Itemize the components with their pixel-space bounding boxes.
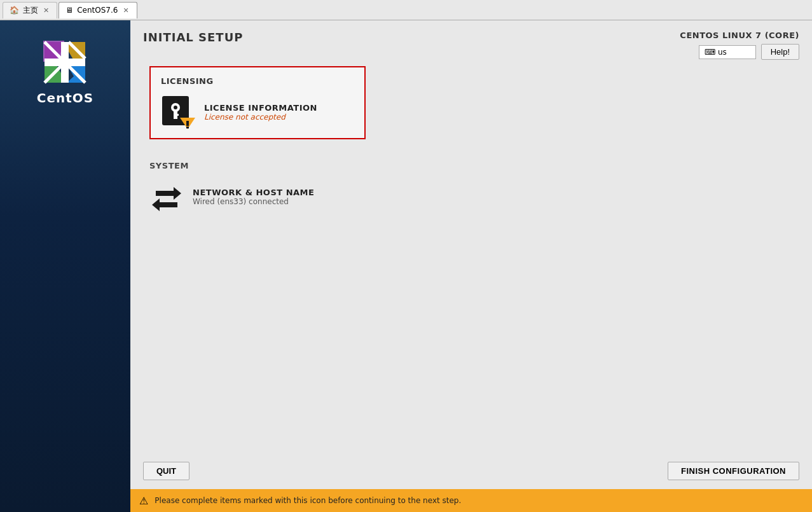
svg-point-15 [174, 106, 177, 109]
tab-home[interactable]: 🏠 主页 ✕ [3, 2, 57, 18]
license-info-subtitle: License not accepted [204, 113, 317, 121]
network-title: NETWORK & HOST NAME [193, 188, 314, 197]
svg-rect-8 [45, 59, 85, 66]
licensing-heading: LICENSING [161, 76, 354, 86]
network-text: NETWORK & HOST NAME Wired (ens33) connec… [193, 188, 314, 206]
tab-centos76-label: CentOS7.6 [77, 6, 118, 15]
license-info-title: LICENSE INFORMATION [204, 103, 317, 113]
svg-rect-20 [186, 121, 189, 126]
tab-home-label: 主页 [23, 5, 38, 16]
os-label: CENTOS LINUX 7 (CORE) [680, 31, 799, 40]
warning-icon: ⚠ [139, 495, 148, 507]
centos-sidebar-label: CentOS [37, 90, 93, 106]
centos-tab-icon: 🖥 [65, 6, 73, 15]
centos-logo-icon [42, 39, 88, 85]
header-right: CENTOS LINUX 7 (CORE) ⌨ us Help! [680, 31, 799, 60]
centos-logo: CentOS [37, 39, 93, 106]
bottom-bar: QUIT FINISH CONFIGURATION [130, 453, 812, 489]
network-icon [149, 179, 184, 214]
page-title: INITIAL SETUP [143, 31, 243, 44]
warning-text: Please complete items marked with this i… [155, 496, 461, 505]
svg-rect-17 [174, 114, 179, 116]
header-controls: ⌨ us Help! [699, 44, 799, 60]
keyboard-selector[interactable]: ⌨ us [699, 45, 756, 59]
sidebar: CentOS [0, 20, 130, 512]
svg-rect-21 [186, 127, 189, 128]
main-layout: CentOS INITIAL SETUP CENTOS LINUX 7 (COR… [0, 20, 812, 512]
keyboard-value: us [718, 48, 727, 57]
help-button[interactable]: Help! [761, 44, 799, 60]
finish-configuration-button[interactable]: FINISH CONFIGURATION [668, 462, 799, 480]
license-info-item[interactable]: LICENSE INFORMATION License not accepted [161, 95, 354, 129]
system-heading: SYSTEM [149, 161, 793, 170]
warning-bar: ⚠ Please complete items marked with this… [130, 489, 812, 512]
quit-button[interactable]: QUIT [143, 462, 189, 480]
license-icon [161, 95, 195, 129]
keyboard-icon: ⌨ [705, 48, 715, 57]
network-icon-svg [149, 179, 184, 214]
licensing-section: LICENSING [149, 66, 793, 148]
tab-bar: 🏠 主页 ✕ 🖥 CentOS7.6 ✕ [0, 0, 812, 20]
license-text: LICENSE INFORMATION License not accepted [204, 103, 317, 121]
svg-rect-18 [174, 117, 177, 119]
home-icon: 🏠 [10, 6, 19, 15]
content-header: INITIAL SETUP CENTOS LINUX 7 (CORE) ⌨ us… [130, 20, 812, 66]
sections-container: LICENSING [130, 66, 812, 453]
network-hostname-item[interactable]: NETWORK & HOST NAME Wired (ens33) connec… [149, 177, 793, 216]
license-icon-svg [161, 95, 195, 129]
tab-home-close[interactable]: ✕ [42, 6, 50, 15]
system-section: SYSTEM NETWORK & HOST NAME [149, 161, 793, 216]
tab-centos76[interactable]: 🖥 CentOS7.6 ✕ [58, 2, 137, 18]
tab-centos76-close[interactable]: ✕ [121, 6, 130, 15]
network-subtitle: Wired (ens33) connected [193, 197, 314, 206]
content-area: INITIAL SETUP CENTOS LINUX 7 (CORE) ⌨ us… [130, 20, 812, 512]
licensing-card[interactable]: LICENSING [149, 66, 366, 139]
